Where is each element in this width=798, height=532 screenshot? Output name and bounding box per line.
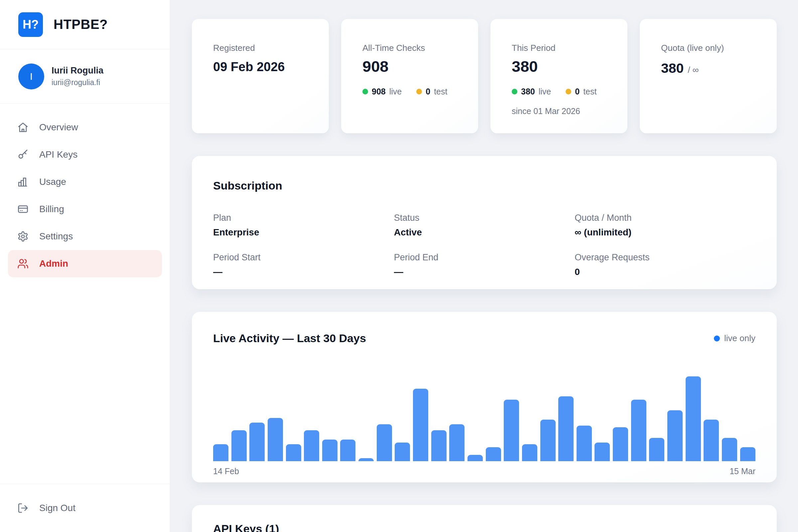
x-axis-start-label: 14 Feb — [213, 467, 239, 476]
test-dot-icon — [416, 89, 422, 94]
sidebar-item-label: Billing — [39, 204, 64, 214]
field-status: Status Active — [394, 213, 575, 238]
activity-bar — [740, 447, 756, 461]
test-count: 0 test — [416, 87, 447, 96]
sidebar-item-usage[interactable]: Usage — [8, 168, 162, 195]
subscription-grid: Plan Enterprise Status Active Quota / Mo… — [213, 213, 756, 277]
activity-bar — [722, 438, 737, 461]
activity-bar — [704, 420, 719, 461]
activity-title: Live Activity — Last 30 Days — [213, 332, 366, 345]
activity-bar — [576, 425, 592, 461]
sidebar-item-label: Usage — [39, 176, 66, 187]
key-icon — [17, 149, 28, 160]
avatar: I — [18, 63, 44, 90]
activity-bar — [504, 400, 519, 461]
field-period-start: Period Start — — [213, 252, 394, 277]
sign-out-label: Sign Out — [39, 503, 75, 513]
activity-bar — [594, 442, 610, 461]
subscription-panel: Subscription Plan Enterprise Status Acti… — [192, 156, 777, 289]
sidebar-item-overview[interactable]: Overview — [8, 114, 162, 141]
stat-label: Registered — [213, 43, 313, 53]
stat-card-all-time-checks: All-Time Checks 908 908 live 0 test — [341, 19, 478, 133]
sidebar-item-label: API Keys — [39, 149, 77, 160]
stats-row: Registered 09 Feb 2026 All-Time Checks 9… — [192, 19, 777, 133]
sidebar-item-billing[interactable]: Billing — [8, 195, 162, 223]
stat-value: 908 — [362, 58, 462, 74]
live-count: 380 live — [512, 87, 551, 96]
home-icon — [17, 122, 28, 133]
live-activity-panel: Live Activity — Last 30 Days live only 1… — [192, 312, 777, 482]
stat-label: This Period — [512, 43, 611, 53]
legend-dot-icon — [714, 336, 720, 341]
bar-chart-icon — [17, 176, 28, 188]
activity-bar — [286, 444, 301, 461]
user-name: Iurii Rogulia — [52, 65, 103, 76]
main-content: Registered 09 Feb 2026 All-Time Checks 9… — [170, 0, 798, 532]
period-footnote: since 01 Mar 2026 — [512, 107, 611, 116]
gear-icon — [17, 231, 28, 242]
activity-bar — [304, 430, 319, 461]
api-keys-panel: API Keys (1) — [192, 505, 777, 532]
activity-bar — [231, 430, 247, 461]
sidebar-item-settings[interactable]: Settings — [8, 223, 162, 250]
test-count: 0 test — [566, 87, 596, 96]
credit-card-icon — [17, 204, 28, 215]
api-keys-title: API Keys (1) — [213, 522, 756, 532]
activity-bar — [686, 376, 701, 461]
subscription-title: Subscription — [213, 179, 756, 192]
activity-bar — [358, 458, 374, 461]
sign-out-button[interactable]: Sign Out — [0, 484, 170, 532]
sidebar-item-label: Overview — [39, 122, 78, 133]
brand-header[interactable]: H? HTPBE? — [0, 0, 170, 49]
stat-card-this-period: This Period 380 380 live 0 test since 01… — [491, 19, 627, 133]
activity-bar — [449, 424, 464, 461]
live-dot-icon — [362, 89, 368, 94]
test-dot-icon — [566, 89, 571, 94]
field-quota-month: Quota / Month ∞ (unlimited) — [574, 213, 756, 238]
field-plan: Plan Enterprise — [213, 213, 394, 238]
activity-bar — [395, 442, 410, 461]
logout-icon — [17, 502, 28, 514]
activity-bar — [486, 447, 501, 461]
activity-bar — [413, 389, 428, 461]
sidebar: H? HTPBE? I Iurii Rogulia iurii@rogulia.… — [0, 0, 170, 532]
sidebar-nav: Overview API Keys Usage Billing Settings — [0, 104, 170, 277]
user-email: iurii@rogulia.fi — [52, 78, 103, 87]
stat-label: All-Time Checks — [362, 43, 462, 53]
activity-bar — [268, 418, 283, 461]
field-overage-requests: Overage Requests 0 — [574, 252, 756, 277]
field-period-end: Period End — — [394, 252, 575, 277]
x-axis-end-label: 15 Mar — [729, 467, 756, 476]
stat-value: 09 Feb 2026 — [213, 60, 313, 74]
activity-bar-chart — [213, 372, 756, 461]
activity-bar — [377, 424, 392, 461]
app-title: HTPBE? — [54, 17, 108, 32]
activity-bar — [340, 440, 356, 461]
stat-value: 380 — [512, 58, 611, 74]
chart-x-axis: 14 Feb 15 Mar — [213, 467, 756, 476]
users-icon — [17, 258, 28, 269]
live-count: 908 live — [362, 87, 402, 96]
stat-label: Quota (live only) — [661, 43, 761, 53]
activity-bar — [213, 444, 228, 461]
activity-bar — [631, 400, 646, 461]
live-dot-icon — [512, 89, 517, 94]
sidebar-item-api-keys[interactable]: API Keys — [8, 141, 162, 168]
app-logo: H? — [18, 12, 43, 37]
activity-bar — [249, 423, 265, 461]
activity-bar — [522, 444, 537, 461]
quota-value: 380 / ∞ — [661, 60, 761, 76]
activity-bar — [558, 396, 573, 461]
sidebar-item-label: Settings — [39, 231, 73, 242]
activity-bar — [613, 427, 628, 461]
activity-bar — [667, 410, 683, 461]
chart-legend: live only — [714, 333, 756, 343]
sidebar-item-admin[interactable]: Admin — [8, 250, 162, 277]
legend-label: live only — [724, 333, 756, 343]
activity-bar — [431, 430, 446, 461]
stat-card-quota: Quota (live only) 380 / ∞ — [640, 19, 777, 133]
activity-bar — [322, 440, 338, 461]
sidebar-item-label: Admin — [39, 258, 68, 269]
stat-card-registered: Registered 09 Feb 2026 — [192, 19, 329, 133]
activity-bar — [540, 420, 556, 461]
